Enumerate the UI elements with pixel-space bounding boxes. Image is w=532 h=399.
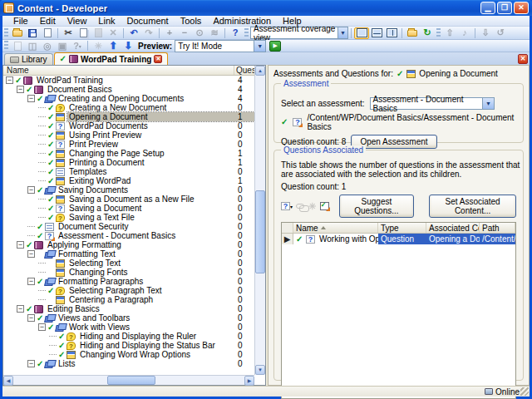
- column-header-name[interactable]: Name: [3, 66, 234, 75]
- flash-icon[interactable]: ✳: [91, 40, 106, 52]
- maximize-button[interactable]: ❐: [497, 2, 512, 14]
- tree-item[interactable]: ✓Document Security0: [3, 222, 254, 231]
- tree-item[interactable]: −✓Formatting Paragraphs0: [3, 277, 254, 286]
- set-associated-content-button[interactable]: Set Associated Content...: [429, 195, 516, 218]
- tree-item[interactable]: ✓Changing Word Wrap Options0: [3, 350, 254, 359]
- tree-item[interactable]: −Formatting Text0: [3, 249, 254, 259]
- tree-item[interactable]: ✓Hiding and Displaying the Status Bar0: [3, 341, 254, 350]
- edit-tasklist-icon[interactable]: [320, 201, 329, 211]
- history-icon[interactable]: ↺: [493, 27, 508, 39]
- open-icon[interactable]: [10, 27, 25, 39]
- view-mode-combo[interactable]: Assessment coverage view ▼: [250, 27, 348, 39]
- table-row[interactable]: ▶✓Working with Open DQuestionOpening a D…: [282, 234, 515, 244]
- tree-item[interactable]: ✓Opening a Document1: [3, 112, 254, 121]
- delete-icon[interactable]: ✕: [106, 27, 121, 39]
- layout-vertical-split-icon[interactable]: [384, 27, 399, 39]
- close-button[interactable]: ✕: [514, 2, 529, 14]
- scroll-right-icon[interactable]: ▶: [244, 376, 254, 386]
- menu-tools[interactable]: Tools: [175, 16, 208, 26]
- notify-icon[interactable]: ♪: [457, 27, 472, 39]
- question-help-icon[interactable]: ▾: [281, 201, 293, 211]
- launch-preview-button[interactable]: ▶: [269, 41, 281, 52]
- toolbar-grip[interactable]: [4, 28, 8, 38]
- column-header-name[interactable]: Name: [293, 223, 378, 233]
- tree-item[interactable]: −✓Work with Views0: [3, 323, 254, 332]
- scroll-down-icon[interactable]: ▼: [255, 365, 265, 375]
- column-header-associated-content[interactable]: Associated Co...: [426, 223, 480, 233]
- validate-icon[interactable]: ◎: [40, 40, 55, 52]
- tree-item[interactable]: Changing Fonts0: [3, 268, 254, 277]
- add-icon[interactable]: +: [162, 27, 177, 39]
- resize-grip[interactable]: [520, 387, 529, 396]
- tree-item[interactable]: Selecting Text0: [3, 259, 254, 268]
- remove-icon[interactable]: −: [177, 27, 192, 39]
- tree-item[interactable]: −✓Document Basics4: [3, 85, 254, 94]
- panel-close-icon[interactable]: ✕: [518, 54, 528, 64]
- tree-item[interactable]: −✓Applying Formatting0: [3, 240, 254, 249]
- scrollbar-thumb[interactable]: [255, 190, 265, 273]
- tree-vertical-scrollbar[interactable]: ▲ ▼: [254, 66, 265, 375]
- properties-icon[interactable]: ▣: [55, 40, 70, 52]
- scroll-up-icon[interactable]: ▲: [255, 66, 265, 76]
- tree-item[interactable]: ✓Assessment - Document Basics0: [3, 231, 254, 240]
- undo-icon[interactable]: ↶: [126, 27, 141, 39]
- expander-icon[interactable]: −: [27, 314, 35, 322]
- tree-item[interactable]: ✓WordPad Documents0: [3, 121, 254, 131]
- expander-icon[interactable]: −: [38, 323, 46, 331]
- tree-item[interactable]: Centering a Paragraph0: [3, 295, 254, 304]
- tree-horizontal-scrollbar[interactable]: ◀ ▶: [3, 375, 254, 385]
- scroll-left-icon[interactable]: ◀: [3, 376, 13, 386]
- cut-icon[interactable]: ✂: [61, 27, 76, 39]
- chevron-down-icon[interactable]: ▼: [254, 41, 265, 52]
- tab-close-icon[interactable]: ✕: [154, 55, 162, 63]
- refresh-icon[interactable]: ↻: [420, 27, 435, 39]
- help-mode-icon[interactable]: ?▾: [70, 40, 85, 52]
- column-header-questions[interactable]: Quest: [234, 66, 254, 75]
- tree-item[interactable]: ✓Changing the Page Setup1: [3, 149, 254, 158]
- tree-item[interactable]: ✓Templates0: [3, 167, 254, 176]
- expander-icon[interactable]: −: [27, 278, 35, 285]
- tree-item[interactable]: ✓Saving a Document as a New File0: [3, 195, 254, 204]
- assessment-combo[interactable]: Assessment - Document Basics ▼: [370, 97, 495, 110]
- find-icon[interactable]: ⊙: [192, 27, 207, 39]
- toolbar-grip[interactable]: [4, 41, 8, 50]
- publish-icon[interactable]: [10, 40, 25, 52]
- suggest-questions-button[interactable]: Suggest Questions...: [339, 195, 415, 218]
- tree-item[interactable]: ✓Print Preview0: [3, 140, 254, 149]
- import-icon[interactable]: ⇧: [442, 27, 457, 39]
- column-header-path[interactable]: Path: [480, 223, 515, 233]
- tree-item[interactable]: ✓Creating a New Document0: [3, 103, 254, 112]
- tree-item[interactable]: ✓Exiting WordPad1: [3, 176, 254, 185]
- break-link-icon[interactable]: ✳: [308, 201, 316, 211]
- link-icon[interactable]: [296, 201, 304, 211]
- layout-horizontal-split-icon[interactable]: [369, 27, 384, 39]
- expander-icon[interactable]: −: [27, 360, 35, 367]
- redo-icon[interactable]: ↷: [141, 27, 156, 39]
- menu-link[interactable]: Link: [92, 16, 121, 26]
- preview-mode-combo[interactable]: Try It! Mode ▼: [175, 40, 266, 52]
- expander-icon[interactable]: −: [17, 86, 24, 93]
- menu-document[interactable]: Document: [121, 16, 175, 26]
- tree-item[interactable]: −✓Views and Toolbars0: [3, 313, 254, 323]
- expander-icon[interactable]: −: [17, 305, 24, 313]
- minimize-button[interactable]: ▁: [480, 2, 495, 14]
- tab-wordpad-training[interactable]: ✓ WordPad Training ✕: [54, 52, 169, 65]
- tree-item[interactable]: −✓Creating and Opening Documents4: [3, 94, 254, 103]
- chevron-down-icon[interactable]: ▼: [337, 27, 347, 38]
- tree-item[interactable]: ✓Saving a Text File0: [3, 213, 254, 222]
- expander-icon[interactable]: −: [27, 186, 35, 194]
- chevron-down-icon[interactable]: ▼: [482, 98, 493, 109]
- tree-item[interactable]: ✓Printing a Document1: [3, 158, 254, 167]
- menu-file[interactable]: File: [7, 16, 34, 26]
- tree-item[interactable]: −✓Lists0: [3, 359, 254, 368]
- expander-icon[interactable]: −: [17, 241, 24, 249]
- tab-library[interactable]: Library: [4, 53, 53, 65]
- move-up-icon[interactable]: ⬆: [106, 40, 121, 52]
- tree-item[interactable]: ✓Hiding and Displaying the Ruler0: [3, 332, 254, 341]
- scrollbar-thumb[interactable]: [107, 376, 155, 385]
- move-down-icon[interactable]: ⬇: [121, 40, 135, 52]
- save-icon[interactable]: [25, 27, 40, 39]
- expander-icon[interactable]: −: [27, 250, 35, 258]
- tree-item[interactable]: −✓WordPad Training4: [3, 76, 254, 85]
- package-icon[interactable]: ◫: [25, 40, 40, 52]
